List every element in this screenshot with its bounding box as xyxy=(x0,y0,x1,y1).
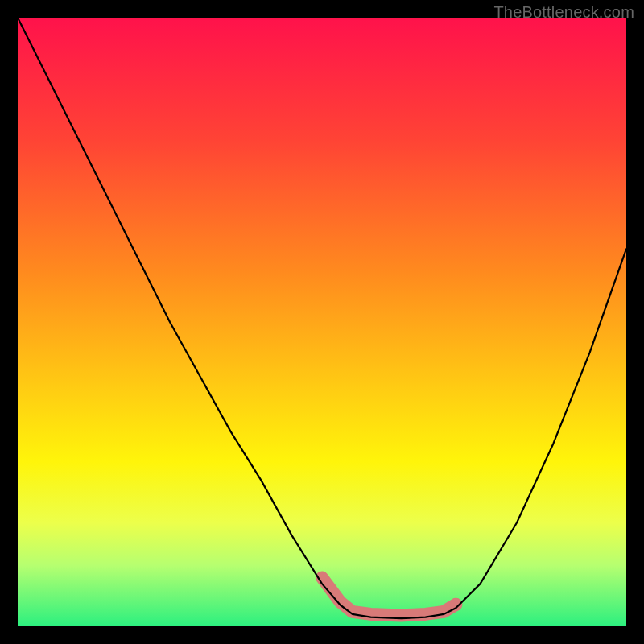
curve-layer xyxy=(18,18,626,626)
main-curve xyxy=(18,18,626,618)
marker-band xyxy=(322,578,456,616)
watermark-text: TheBottleneck.com xyxy=(493,3,634,22)
chart-frame: TheBottleneck.com xyxy=(0,0,644,644)
plot-area xyxy=(18,18,626,626)
